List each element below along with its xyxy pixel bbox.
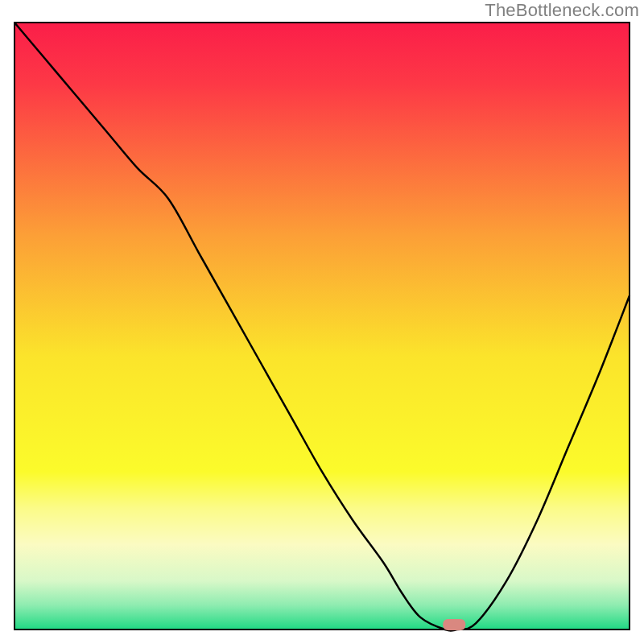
bottleneck-chart xyxy=(0,0,644,644)
chart-container: TheBottleneck.com xyxy=(0,0,644,644)
optimal-marker xyxy=(443,619,465,630)
watermark-text: TheBottleneck.com xyxy=(485,0,639,21)
chart-background xyxy=(14,23,630,630)
